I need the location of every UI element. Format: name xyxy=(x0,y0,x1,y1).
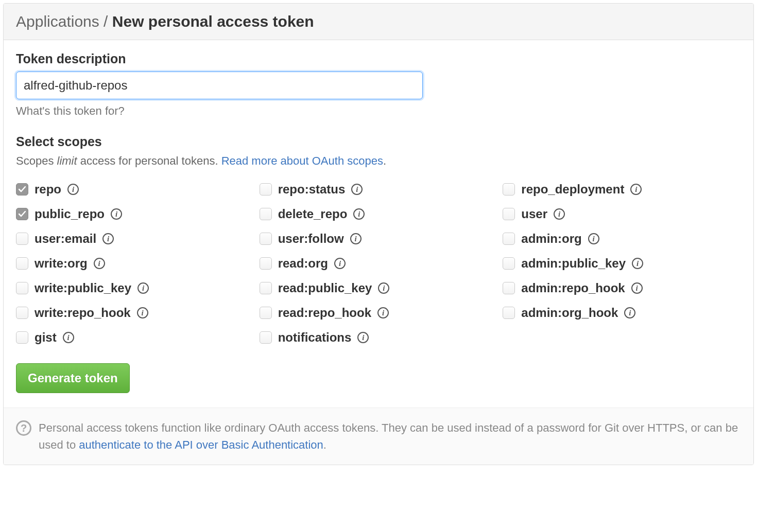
select-scopes-label: Select scopes xyxy=(16,134,741,149)
scope-label[interactable]: write:org xyxy=(35,256,88,271)
footer-auth-link[interactable]: authenticate to the API over Basic Authe… xyxy=(79,438,323,451)
scope-checkbox[interactable] xyxy=(260,257,272,270)
scope-item-write-repo-hook: write:repo_hooki xyxy=(16,300,254,325)
info-icon[interactable]: i xyxy=(588,233,599,244)
scope-label[interactable]: user xyxy=(521,207,547,221)
scope-item-read-org: read:orgi xyxy=(260,251,498,276)
scope-item-repo: repoi xyxy=(16,177,254,202)
info-icon[interactable]: i xyxy=(63,332,74,343)
scope-item-gist: gisti xyxy=(16,325,254,350)
info-icon[interactable]: i xyxy=(554,208,565,220)
help-icon: ? xyxy=(16,420,31,436)
scope-checkbox[interactable] xyxy=(260,208,272,220)
scope-checkbox[interactable] xyxy=(16,257,28,270)
info-icon[interactable]: i xyxy=(67,184,79,195)
scope-item-admin-public-key: admin:public_keyi xyxy=(503,251,741,276)
scope-item-write-org: write:orgi xyxy=(16,251,254,276)
info-icon[interactable]: i xyxy=(94,258,105,269)
token-panel: Applications / New personal access token… xyxy=(3,3,754,465)
scope-item-admin-org: admin:orgi xyxy=(503,226,741,251)
scope-label[interactable]: write:public_key xyxy=(35,281,131,295)
scope-label[interactable]: admin:org xyxy=(521,232,581,246)
scope-item-write-public-key: write:public_keyi xyxy=(16,276,254,300)
breadcrumb-separator: / xyxy=(99,13,112,30)
info-icon[interactable]: i xyxy=(334,258,346,269)
scope-checkbox[interactable] xyxy=(503,257,515,270)
info-icon[interactable]: i xyxy=(378,282,389,294)
scope-label[interactable]: read:public_key xyxy=(278,281,372,295)
info-icon[interactable]: i xyxy=(102,233,114,244)
scope-label[interactable]: public_repo xyxy=(35,207,105,221)
info-icon[interactable]: i xyxy=(630,184,642,195)
scope-item-user: useri xyxy=(503,202,741,226)
panel-header: Applications / New personal access token xyxy=(4,4,753,40)
footer-text-post: . xyxy=(323,438,326,451)
scope-label[interactable]: notifications xyxy=(278,330,352,345)
scope-checkbox[interactable] xyxy=(260,233,272,245)
scope-label[interactable]: repo_deployment xyxy=(521,182,624,197)
info-icon[interactable]: i xyxy=(631,282,643,294)
info-icon[interactable]: i xyxy=(632,258,643,269)
info-icon[interactable]: i xyxy=(357,332,369,343)
scopes-desc-em: limit xyxy=(57,154,77,167)
info-icon[interactable]: i xyxy=(137,307,148,318)
scope-checkbox[interactable] xyxy=(16,307,28,319)
scope-label[interactable]: user:follow xyxy=(278,232,344,246)
scopes-description: Scopes limit access for personal tokens.… xyxy=(16,154,741,168)
breadcrumb[interactable]: Applications xyxy=(16,13,99,30)
scope-label[interactable]: user:email xyxy=(35,232,96,246)
scope-label[interactable]: admin:repo_hook xyxy=(521,281,625,295)
token-description-label: Token description xyxy=(16,51,741,66)
scope-item-repo-status: repo:statusi xyxy=(260,177,498,202)
scope-item-notifications: notificationsi xyxy=(260,325,498,350)
scope-label[interactable]: read:org xyxy=(278,256,328,271)
scope-checkbox[interactable] xyxy=(503,183,515,196)
info-icon[interactable]: i xyxy=(353,208,365,220)
scope-label[interactable]: repo xyxy=(35,182,61,197)
scope-item-read-public-key: read:public_keyi xyxy=(260,276,498,300)
scope-label[interactable]: write:repo_hook xyxy=(35,306,131,320)
page-title: New personal access token xyxy=(112,13,314,30)
info-icon[interactable]: i xyxy=(111,208,122,220)
scope-item-user-follow: user:followi xyxy=(260,226,498,251)
scope-label[interactable]: delete_repo xyxy=(278,207,348,221)
scope-checkbox[interactable] xyxy=(16,208,28,220)
token-description-hint: What's this token for? xyxy=(16,104,741,118)
scope-checkbox[interactable] xyxy=(260,282,272,294)
scope-checkbox[interactable] xyxy=(16,233,28,245)
scope-item-admin-org-hook: admin:org_hooki xyxy=(503,300,741,325)
scope-checkbox[interactable] xyxy=(503,233,515,245)
token-description-input[interactable] xyxy=(16,72,423,99)
scope-checkbox[interactable] xyxy=(16,331,28,344)
info-icon[interactable]: i xyxy=(351,184,363,195)
scope-label[interactable]: admin:public_key xyxy=(521,256,626,271)
scope-label[interactable]: read:repo_hook xyxy=(278,306,371,320)
scope-checkbox[interactable] xyxy=(16,183,28,196)
info-icon[interactable]: i xyxy=(377,307,389,318)
info-icon[interactable]: i xyxy=(350,233,362,244)
scope-checkbox[interactable] xyxy=(503,282,515,294)
footer-text: Personal access tokens function like ord… xyxy=(39,419,741,453)
scope-item-read-repo-hook: read:repo_hooki xyxy=(260,300,498,325)
scope-checkbox[interactable] xyxy=(260,307,272,319)
scope-label[interactable]: repo:status xyxy=(278,182,346,197)
panel-footer: ? Personal access tokens function like o… xyxy=(4,407,753,465)
info-icon[interactable]: i xyxy=(137,282,149,294)
scope-item-public-repo: public_repoi xyxy=(16,202,254,226)
generate-token-button[interactable]: Generate token xyxy=(16,363,130,393)
scope-item-delete-repo: delete_repoi xyxy=(260,202,498,226)
scopes-grid: repoirepo:statusirepo_deploymentipublic_… xyxy=(16,177,741,350)
scope-checkbox[interactable] xyxy=(260,331,272,344)
scope-checkbox[interactable] xyxy=(260,183,272,196)
scope-label[interactable]: admin:org_hook xyxy=(521,306,618,320)
scope-label[interactable]: gist xyxy=(35,330,57,345)
oauth-scopes-link[interactable]: Read more about OAuth scopes xyxy=(221,154,383,167)
scopes-desc-post: access for personal tokens. xyxy=(77,154,221,167)
panel-body: Token description What's this token for?… xyxy=(4,40,753,407)
scope-item-admin-repo-hook: admin:repo_hooki xyxy=(503,276,741,300)
scope-checkbox[interactable] xyxy=(16,282,28,294)
scope-checkbox[interactable] xyxy=(503,307,515,319)
scope-checkbox[interactable] xyxy=(503,208,515,220)
scopes-desc-pre: Scopes xyxy=(16,154,57,167)
info-icon[interactable]: i xyxy=(624,307,635,318)
